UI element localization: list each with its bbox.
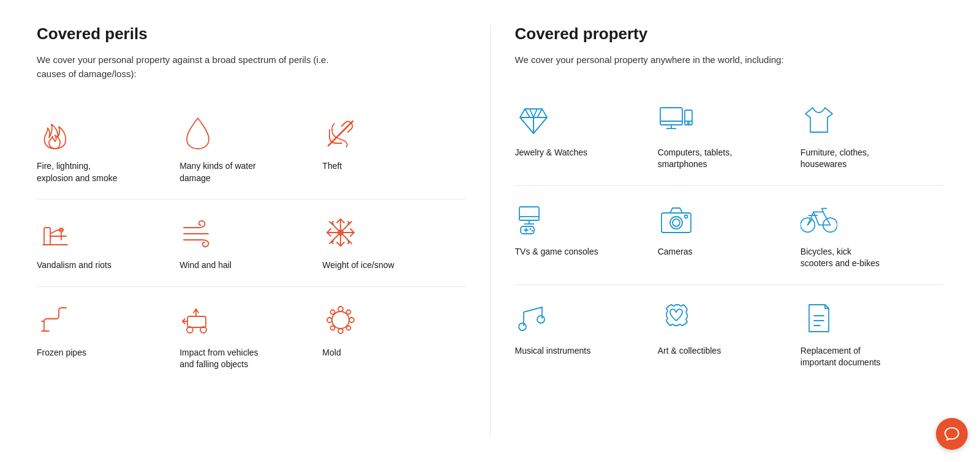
perils-row-1: Fire, lightning,explosion and smoke Many… <box>37 100 466 199</box>
peril-fire: Fire, lightning,explosion and smoke <box>37 115 179 184</box>
peril-snow: Weight of ice/snow <box>322 214 465 272</box>
property-cameras: Cameras <box>658 201 801 270</box>
property-documents: Replacement ofimportant documents <box>801 300 943 369</box>
peril-theft: Theft <box>322 115 465 184</box>
peril-theft-label: Theft <box>322 160 342 173</box>
peril-pipe: Frozen pipes <box>37 302 179 371</box>
peril-pipe-label: Frozen pipes <box>37 347 86 359</box>
property-music: Musical instruments <box>515 300 658 369</box>
peril-wind-label: Wind and hail <box>179 259 232 272</box>
perils-row-3: Frozen pipes <box>37 287 466 386</box>
property-row-3: Musical instruments Art & collectibles <box>515 285 944 384</box>
svg-point-18 <box>347 310 351 314</box>
peril-impact: Impact from vehiclesand falling objects <box>179 302 322 371</box>
camera-icon <box>658 201 695 237</box>
svg-point-16 <box>349 318 354 322</box>
property-games-label: TVs & game consoles <box>515 246 598 258</box>
snow-icon <box>322 214 359 251</box>
svg-point-15 <box>327 318 332 322</box>
bicycle-icon <box>801 201 837 237</box>
property-row-1: Jewelry & Watches <box>515 87 944 186</box>
property-art-label: Art & collectibles <box>658 345 721 357</box>
diamond-icon <box>515 102 552 138</box>
svg-point-52 <box>537 316 545 323</box>
property-cameras-label: Cameras <box>658 246 693 258</box>
pipe-icon <box>37 302 74 338</box>
theft-icon <box>322 115 359 152</box>
svg-point-44 <box>670 217 682 229</box>
svg-point-33 <box>687 122 689 124</box>
vandalism-icon <box>37 214 74 251</box>
svg-rect-43 <box>662 213 691 233</box>
peril-fire-label: Fire, lightning,explosion and smoke <box>37 160 118 184</box>
art-icon <box>658 300 695 337</box>
music-icon <box>515 300 552 337</box>
svg-point-41 <box>529 228 531 229</box>
covered-perils-section: Covered perils We cover your personal pr… <box>37 24 490 438</box>
property-jewelry: Jewelry & Watches <box>515 102 658 171</box>
svg-rect-27 <box>660 108 682 125</box>
svg-rect-31 <box>685 110 692 125</box>
perils-grid: Fire, lightning,explosion and smoke Many… <box>37 100 466 386</box>
tshirt-icon <box>801 102 837 138</box>
gamepad-icon <box>515 201 552 237</box>
property-description: We cover your personal property anywhere… <box>515 53 809 67</box>
property-games: TVs & game consoles <box>515 201 658 270</box>
svg-line-25 <box>530 109 533 117</box>
property-jewelry-label: Jewelry & Watches <box>515 147 588 159</box>
property-row-2: TVs & game consoles Cameras <box>515 186 944 285</box>
property-bikes-label: Bicycles, kickscooters and e-bikes <box>801 246 880 270</box>
peril-water: Many kinds of waterdamage <box>179 115 322 184</box>
computer-icon <box>658 102 695 138</box>
chat-button[interactable] <box>936 418 968 450</box>
water-icon <box>179 115 216 152</box>
property-furniture-label: Furniture, clothes,housewares <box>801 147 869 171</box>
svg-point-46 <box>684 215 687 218</box>
property-documents-label: Replacement ofimportant documents <box>801 345 881 369</box>
svg-point-17 <box>331 310 335 314</box>
svg-point-19 <box>331 326 335 330</box>
peril-vandalism: Vandalism and riots <box>37 214 179 272</box>
property-bikes: Bicycles, kickscooters and e-bikes <box>801 201 943 270</box>
svg-rect-8 <box>187 316 206 327</box>
svg-marker-23 <box>533 117 547 133</box>
svg-rect-34 <box>519 207 539 220</box>
svg-point-45 <box>673 219 680 226</box>
impact-icon <box>179 302 216 338</box>
peril-mold: Mold <box>322 302 465 371</box>
svg-point-20 <box>347 326 351 330</box>
svg-line-50 <box>524 307 542 312</box>
peril-snow-label: Weight of ice/snow <box>322 259 394 272</box>
svg-line-26 <box>533 109 537 117</box>
property-art: Art & collectibles <box>658 300 801 369</box>
perils-row-2: Vandalism and riots Wind and hail <box>37 199 466 287</box>
peril-water-label: Many kinds of waterdamage <box>179 160 256 184</box>
property-computers: Computers, tablets,smartphones <box>658 102 801 171</box>
page-wrapper: Covered perils We cover your personal pr… <box>0 0 980 462</box>
peril-mold-label: Mold <box>322 347 341 359</box>
svg-point-51 <box>519 323 526 330</box>
svg-marker-22 <box>520 117 533 133</box>
mold-icon <box>322 302 359 338</box>
covered-property-section: Covered property We cover your personal … <box>490 24 944 438</box>
property-computers-label: Computers, tablets,smartphones <box>658 147 732 171</box>
property-title: Covered property <box>515 24 944 43</box>
peril-impact-label: Impact from vehiclesand falling objects <box>179 347 258 371</box>
property-music-label: Musical instruments <box>515 345 591 357</box>
svg-point-42 <box>531 229 533 231</box>
fire-icon <box>37 115 74 152</box>
peril-vandalism-label: Vandalism and riots <box>37 259 111 272</box>
property-grid: Jewelry & Watches <box>515 87 944 384</box>
svg-rect-1 <box>44 228 50 245</box>
perils-description: We cover your personal property against … <box>37 53 331 81</box>
svg-point-13 <box>338 307 343 311</box>
document-icon <box>801 300 837 337</box>
wind-icon <box>179 214 216 251</box>
peril-wind: Wind and hail <box>179 214 322 272</box>
svg-point-12 <box>332 311 349 329</box>
svg-point-14 <box>338 329 343 333</box>
perils-title: Covered perils <box>37 24 466 43</box>
property-furniture: Furniture, clothes,housewares <box>801 102 943 171</box>
